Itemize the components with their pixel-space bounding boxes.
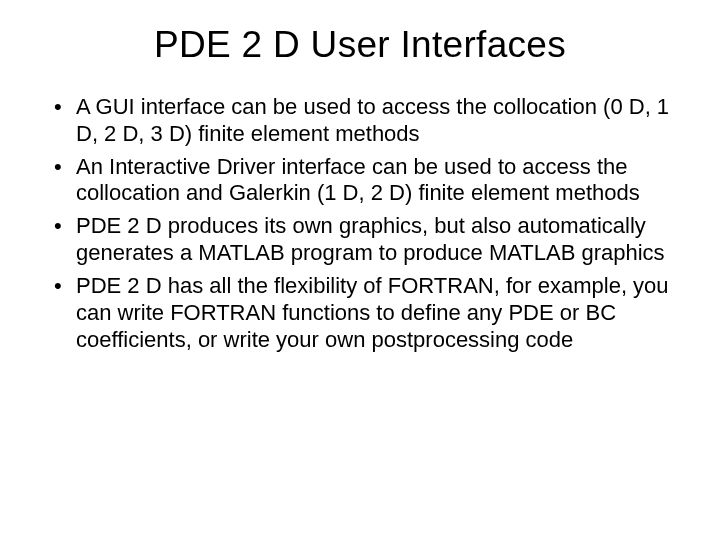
list-item: A GUI interface can be used to access th… [48, 94, 672, 148]
list-item: An Interactive Driver interface can be u… [48, 154, 672, 208]
bullet-list: A GUI interface can be used to access th… [48, 94, 672, 353]
list-item: PDE 2 D produces its own graphics, but a… [48, 213, 672, 267]
list-item: PDE 2 D has all the flexibility of FORTR… [48, 273, 672, 353]
slide-title: PDE 2 D User Interfaces [48, 24, 672, 66]
slide: PDE 2 D User Interfaces A GUI interface … [0, 0, 720, 540]
